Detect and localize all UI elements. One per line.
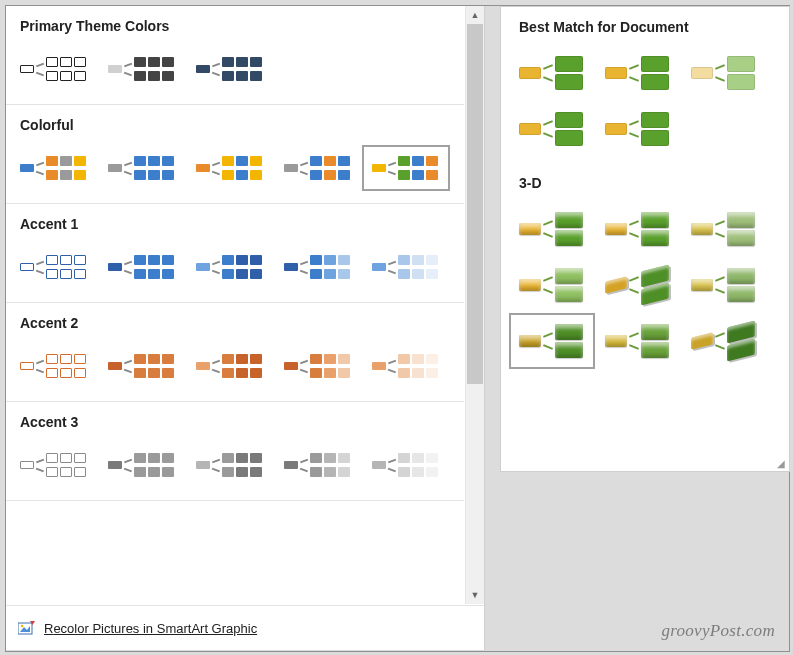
- section-header: Accent 3: [6, 412, 464, 442]
- style-variation-thumb[interactable]: [595, 201, 681, 257]
- color-variation-thumb[interactable]: [362, 442, 450, 488]
- scroll-down-button[interactable]: ▼: [466, 586, 484, 604]
- svg-point-2: [21, 625, 24, 628]
- style-variation-thumb[interactable]: [595, 45, 681, 101]
- color-variation-thumb[interactable]: [362, 145, 450, 191]
- color-variation-thumb[interactable]: [98, 145, 186, 191]
- style-thumbs-grid: [501, 45, 789, 163]
- style-variation-thumb[interactable]: [509, 101, 595, 157]
- style-variation-thumb[interactable]: [509, 257, 595, 313]
- color-section: Accent 3: [6, 402, 464, 501]
- gallery-footer: Recolor Pictures in SmartArt Graphic: [6, 605, 484, 650]
- color-variation-thumb[interactable]: [274, 244, 362, 290]
- section-header: Colorful: [6, 115, 464, 145]
- style-gallery-panel: Best Match for Document3-D ◢: [500, 6, 790, 472]
- resize-grip[interactable]: ◢: [777, 459, 787, 469]
- color-variation-thumb[interactable]: [186, 343, 274, 389]
- color-variation-thumb[interactable]: [274, 442, 362, 488]
- scroll-track[interactable]: [466, 24, 484, 586]
- color-variation-thumb[interactable]: [186, 145, 274, 191]
- recolor-pictures-link[interactable]: Recolor Pictures in SmartArt Graphic: [44, 621, 257, 636]
- color-variation-thumb[interactable]: [98, 46, 186, 92]
- style-variation-thumb[interactable]: [681, 313, 767, 369]
- color-variation-thumb[interactable]: [186, 46, 274, 92]
- scroll-thumb[interactable]: [467, 24, 483, 384]
- recolor-picture-icon: [18, 620, 36, 636]
- style-variation-thumb[interactable]: [509, 313, 595, 369]
- style-variation-thumb[interactable]: [595, 257, 681, 313]
- color-variation-thumb[interactable]: [362, 244, 450, 290]
- color-variation-thumb[interactable]: [10, 343, 98, 389]
- color-variation-thumb[interactable]: [98, 442, 186, 488]
- style-variation-thumb[interactable]: [509, 201, 595, 257]
- watermark-text: groovyPost.com: [661, 621, 775, 641]
- color-variation-thumb[interactable]: [10, 46, 98, 92]
- thumbs-row: [6, 244, 464, 294]
- color-section: Primary Theme Colors: [6, 6, 464, 105]
- style-gallery-scroll: Best Match for Document3-D: [501, 7, 789, 375]
- color-variation-thumb[interactable]: [186, 442, 274, 488]
- color-variation-thumb[interactable]: [10, 442, 98, 488]
- app-frame: Primary Theme ColorsColorfulAccent 1Acce…: [5, 5, 790, 652]
- color-variation-thumb[interactable]: [98, 343, 186, 389]
- style-section-header: Best Match for Document: [501, 7, 789, 45]
- section-header: Accent 2: [6, 313, 464, 343]
- style-thumbs-grid: [501, 201, 789, 375]
- style-variation-thumb[interactable]: [681, 45, 767, 101]
- color-variation-thumb[interactable]: [362, 343, 450, 389]
- style-variation-thumb[interactable]: [681, 257, 767, 313]
- thumbs-row: [6, 145, 464, 195]
- style-variation-thumb[interactable]: [509, 45, 595, 101]
- color-variation-thumb[interactable]: [274, 343, 362, 389]
- thumbs-row: [6, 343, 464, 393]
- vertical-scrollbar[interactable]: ▲ ▼: [465, 6, 484, 604]
- section-header: Primary Theme Colors: [6, 16, 464, 46]
- color-variation-thumb[interactable]: [10, 244, 98, 290]
- color-variation-thumb[interactable]: [98, 244, 186, 290]
- thumbs-row: [6, 442, 464, 492]
- style-section-header: 3-D: [501, 163, 789, 201]
- thumbs-row: [6, 46, 464, 96]
- color-gallery-panel: Primary Theme ColorsColorfulAccent 1Acce…: [6, 6, 485, 650]
- color-variation-thumb[interactable]: [186, 244, 274, 290]
- color-section: Accent 2: [6, 303, 464, 402]
- style-variation-thumb[interactable]: [595, 101, 681, 157]
- color-section: Accent 1: [6, 204, 464, 303]
- color-section: Colorful: [6, 105, 464, 204]
- scroll-up-button[interactable]: ▲: [466, 6, 484, 24]
- color-gallery-scroll: Primary Theme ColorsColorfulAccent 1Acce…: [6, 6, 464, 604]
- color-variation-thumb[interactable]: [274, 145, 362, 191]
- color-variation-thumb[interactable]: [10, 145, 98, 191]
- style-variation-thumb[interactable]: [595, 313, 681, 369]
- section-header: Accent 1: [6, 214, 464, 244]
- style-variation-thumb[interactable]: [681, 201, 767, 257]
